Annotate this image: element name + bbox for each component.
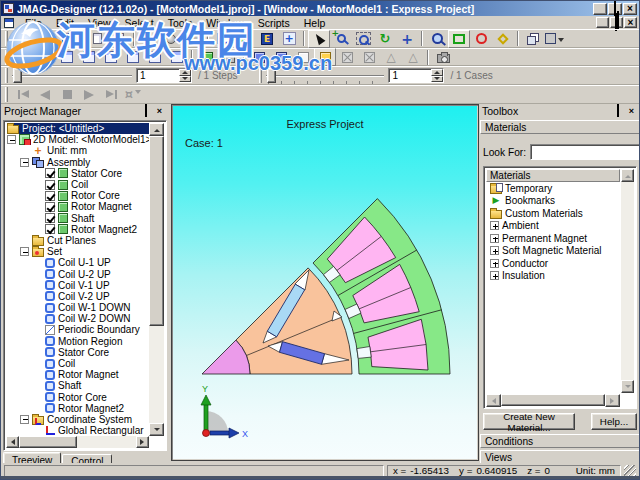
tree-item-coil[interactable]: Coil — [7, 358, 149, 369]
tree-item-soft-magnetic-material[interactable]: Soft Magnetic Material — [490, 245, 620, 258]
step-slider[interactable] — [12, 68, 132, 83]
view-preset-8-button[interactable] — [166, 48, 188, 66]
tree-item-coil[interactable]: Coil — [7, 179, 149, 190]
tree-item-custom-materials[interactable]: Custom Materials — [490, 207, 620, 220]
select-by-box-button[interactable] — [448, 30, 470, 48]
toolbar-grip[interactable] — [259, 68, 262, 83]
view-preset-3-button[interactable] — [56, 48, 78, 66]
scroll-down-button[interactable] — [149, 423, 164, 436]
create-new-material-button[interactable]: Create New Material... — [483, 413, 575, 430]
animation-settings-button[interactable]: ¤ — [122, 86, 144, 103]
view-preset-5-button[interactable] — [100, 48, 122, 66]
step-input[interactable] — [137, 70, 179, 81]
case-slider-thumb[interactable] — [267, 68, 276, 83]
collapse-icon[interactable] — [7, 135, 16, 144]
scroll-up-button[interactable] — [149, 123, 164, 136]
scroll-thumb[interactable] — [501, 394, 605, 406]
tree-item-coil-w-2-down[interactable]: Coil W-2 DOWN — [7, 313, 149, 324]
menu-help[interactable]: Help — [297, 16, 333, 29]
tree-item-2d-model-motormodel1[interactable]: 2D Model: <MotorModel1> — [7, 134, 149, 145]
close-button[interactable]: × — [623, 3, 637, 15]
resize-grip[interactable] — [624, 465, 636, 477]
tree-item-coordinate-system[interactable]: Coordinate System — [7, 414, 149, 425]
scroll-right-button[interactable] — [605, 394, 620, 407]
tree-item-project-untitled[interactable]: Project: <Untitled> — [7, 123, 149, 134]
scroll-down-button[interactable] — [621, 380, 634, 393]
expand-icon[interactable] — [490, 271, 499, 280]
visibility-checkbox[interactable] — [45, 168, 55, 178]
tree-item-unit-mm[interactable]: +Unit: mm — [7, 145, 149, 156]
section-materials[interactable]: Materials — [480, 120, 640, 134]
delete-button[interactable]: * — [138, 30, 160, 48]
tree-item-permanent-magnet[interactable]: Permanent Magnet — [490, 232, 620, 245]
tree-item-motion-region[interactable]: Motion Region — [7, 336, 149, 347]
show-mesh-button[interactable]: △ — [380, 48, 402, 66]
show-solid-button[interactable] — [248, 48, 270, 66]
show-sphere-button[interactable] — [160, 30, 182, 48]
snapshot-button[interactable] — [432, 48, 454, 66]
magnifier-button[interactable] — [426, 30, 448, 48]
scroll-thumb[interactable] — [19, 436, 77, 448]
tree-item-conductor[interactable]: Conductor — [490, 257, 620, 270]
tree-item-bookmarks[interactable]: ▶Bookmarks — [490, 195, 620, 208]
materials-vscrollbar[interactable] — [621, 169, 634, 393]
shaded-display-button[interactable] — [196, 48, 218, 66]
scroll-up-button[interactable] — [621, 169, 634, 182]
tree-item-rotor-core[interactable]: Rotor Core — [7, 392, 149, 403]
plot-graph-button[interactable] — [212, 30, 234, 48]
scroll-left-button[interactable] — [6, 436, 19, 448]
visibility-checkbox[interactable] — [45, 191, 55, 201]
zoom-cursor-button[interactable] — [330, 30, 352, 48]
tree-item-global-rectangular[interactable]: Global Rectangular — [7, 425, 149, 436]
case-input[interactable] — [389, 70, 431, 81]
menu-file[interactable]: File — [18, 16, 49, 29]
tree-item-coil-v-2-up[interactable]: Coil V-2 UP — [7, 291, 149, 302]
mdi-close-button[interactable]: × — [624, 17, 637, 28]
expand-icon[interactable] — [490, 259, 499, 268]
stop-button[interactable] — [56, 86, 78, 103]
toolbar-grip[interactable] — [5, 68, 8, 83]
tree-item-set[interactable]: Set — [7, 246, 149, 257]
tree-item-temporary[interactable]: Temporary — [490, 182, 620, 195]
toolbar-grip[interactable] — [5, 31, 8, 46]
menu-scripts[interactable]: Scripts — [251, 16, 297, 29]
panel-float-button[interactable] — [139, 106, 152, 117]
tree-item-rotor-magnet[interactable]: Rotor Magnet — [7, 201, 149, 212]
menu-window[interactable]: Window — [199, 16, 250, 29]
fit-to-window-button[interactable]: + — [278, 30, 300, 48]
save-project-button[interactable] — [56, 30, 78, 48]
visibility-checkbox[interactable] — [45, 224, 55, 234]
show-transparent-button[interactable] — [292, 48, 314, 66]
hide-others-button[interactable] — [358, 48, 380, 66]
play-button[interactable] — [78, 86, 100, 103]
case-slider-track[interactable] — [266, 75, 384, 77]
tree-item-coil-v-1-up[interactable]: Coil V-1 UP — [7, 280, 149, 291]
menu-edit[interactable]: Edit — [49, 16, 81, 29]
undo-button[interactable] — [86, 30, 108, 48]
view-preset-7-button[interactable] — [144, 48, 166, 66]
panel-float-button[interactable] — [611, 106, 624, 117]
tree-item-shaft[interactable]: Shaft — [7, 380, 149, 391]
tree-item-coil-u-2-up[interactable]: Coil U-2 UP — [7, 268, 149, 279]
section-views[interactable]: Views — [480, 450, 640, 464]
project-tree-hscrollbar[interactable] — [6, 436, 149, 448]
select-pointer-button[interactable] — [308, 30, 330, 48]
open-project-button[interactable] — [34, 30, 56, 48]
materials-list-header[interactable]: Materials — [486, 169, 620, 182]
tree-item-coil-w-1-down[interactable]: Coil W-1 DOWN — [7, 302, 149, 313]
minimize-button[interactable] — [593, 3, 607, 15]
project-tree-vscrollbar[interactable] — [149, 123, 164, 436]
tree-item-insulation[interactable]: Insulation — [490, 270, 620, 283]
case-slider[interactable] — [266, 68, 384, 83]
show-solid-edges-button[interactable] — [270, 48, 292, 66]
tree-item-stator-core[interactable]: Stator Core — [7, 168, 149, 179]
tree-item-rotor-magnet2[interactable]: Rotor Magnet2 — [7, 403, 149, 414]
highlight-selection-button[interactable] — [314, 48, 336, 66]
case-down-button[interactable] — [431, 76, 443, 83]
collapse-icon[interactable] — [20, 247, 29, 256]
express-mode-button[interactable]: E — [256, 30, 278, 48]
menu-view[interactable]: View — [81, 16, 118, 29]
toolbar-grip[interactable] — [5, 50, 8, 65]
expand-icon[interactable] — [490, 221, 499, 230]
scroll-left-button[interactable] — [486, 394, 501, 407]
